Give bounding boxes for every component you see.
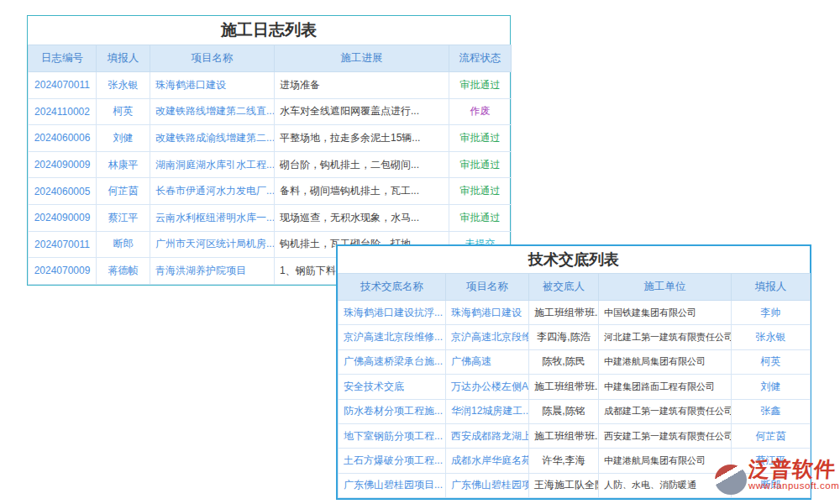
column-header-status: 流程状态 [449, 45, 512, 72]
column-header-filler: 填报人 [732, 274, 811, 301]
disclosed-to-cell: 李四海,陈浩 [529, 325, 599, 349]
project-name-cell[interactable]: 万达办公楼左侧A... [446, 375, 529, 399]
disclosure-name-cell[interactable]: 广佛高速桥梁承台施... [339, 349, 446, 374]
project-name-cell[interactable]: 云南水利枢纽潜明水库一... [150, 204, 275, 231]
status-cell: 作废 [449, 98, 512, 125]
column-header-construction-unit: 施工单位 [599, 274, 732, 301]
project-name-cell[interactable]: 改建铁路线增建第二线直... [150, 98, 275, 125]
disclosed-to-cell: 陈晨,陈铭 [529, 399, 599, 423]
disclosure-name-cell[interactable]: 珠海鹤港口建设抗浮... [339, 301, 446, 325]
progress-cell: 备料，砌间墙钩机排土，瓦工... [275, 178, 449, 205]
filler-cell[interactable]: 柯英 [732, 349, 811, 374]
disclosed-to-cell: 许华,李海 [529, 449, 599, 473]
filler-cell[interactable]: 刘健 [97, 125, 150, 152]
filler-cell[interactable]: 何芷茵 [97, 178, 150, 205]
table-row: 2024070011张永银珠海鹤港口建设进场准备审批通过 [29, 72, 512, 99]
filler-cell[interactable]: 林康平 [97, 151, 150, 178]
log-number-cell[interactable]: 2024060005 [29, 178, 97, 205]
disclosed-to-cell: 陈牧,陈民 [529, 349, 599, 374]
table-row: 防水卷材分项工程施...华润12城房建工...陈晨,陈铭成都建工第一建筑有限责任… [339, 399, 811, 423]
construction-unit-cell: 中国铁建集团有限公司 [599, 301, 732, 325]
column-header-progress: 施工进展 [275, 45, 449, 72]
disclosure-name-cell[interactable]: 京沪高速北京段维修... [339, 325, 446, 349]
table-row: 珠海鹤港口建设抗浮...珠海鹤港口建设施工班组带班...中国铁建集团有限公司李帅 [339, 301, 811, 325]
fanpusoft-watermark: 泛普软件 www.fanpusoft.com [715, 458, 839, 495]
construction-unit-cell: 成都建工第一建筑有限责任公司 [599, 399, 732, 423]
disclosed-to-cell: 王海施工队全队 [529, 473, 599, 497]
construction-unit-cell: 中建港航局集团有限公司 [599, 349, 732, 374]
project-name-cell[interactable]: 长春市伊通河水力发电厂... [150, 178, 275, 205]
filler-cell[interactable]: 李帅 [732, 301, 811, 325]
table-row: 地下室钢筋分项工程...西安成都路龙湖上...施工班组带班...西安建工第一建筑… [339, 423, 811, 448]
project-name-cell[interactable]: 华润12城房建工... [446, 399, 529, 423]
filler-cell[interactable]: 张永银 [732, 325, 811, 349]
filler-cell[interactable]: 柯英 [97, 98, 150, 125]
log-table-title: 施工日志列表 [28, 16, 510, 45]
column-header-disclosed-to: 被交底人 [529, 274, 599, 301]
filler-cell[interactable]: 张鑫 [732, 399, 811, 423]
filler-cell[interactable]: 何芷茵 [732, 423, 811, 448]
tech-table-title: 技术交底列表 [338, 246, 810, 273]
project-name-cell[interactable]: 成都水岸华庭名苑... [446, 449, 529, 473]
project-name-cell[interactable]: 西安成都路龙湖上... [446, 423, 529, 448]
project-name-cell[interactable]: 珠海鹤港口建设 [150, 72, 275, 99]
log-number-cell[interactable]: 2024090009 [29, 151, 97, 178]
disclosed-to-cell: 施工班组带班... [529, 423, 599, 448]
disclosure-name-cell[interactable]: 防水卷材分项工程施... [339, 399, 446, 423]
disclosed-to-cell: 施工班组带班... [529, 375, 599, 399]
progress-cell: 平整场地，拉走多余泥土15辆... [275, 125, 449, 152]
status-cell: 审批通过 [449, 72, 512, 99]
log-number-cell[interactable]: 2024060006 [29, 125, 97, 152]
status-cell: 审批通过 [449, 204, 512, 231]
project-name-cell[interactable]: 湖南洞庭湖水库引水工程... [150, 151, 275, 178]
project-name-cell[interactable]: 广东佛山碧桂园项目 [446, 473, 529, 497]
filler-cell[interactable]: 断郎 [97, 231, 150, 258]
column-header-project-name: 项目名称 [150, 45, 275, 72]
filler-cell[interactable]: 张永银 [97, 72, 150, 99]
disclosure-name-cell[interactable]: 地下室钢筋分项工程... [339, 423, 446, 448]
project-name-cell[interactable]: 广州市天河区统计局机房... [150, 231, 275, 258]
table-row: 安全技术交底万达办公楼左侧A...施工班组带班...中建集团路面工程有限公司刘健 [339, 375, 811, 399]
log-number-cell[interactable]: 2024070011 [29, 231, 97, 258]
column-header-filler: 填报人 [97, 45, 150, 72]
progress-cell: 水车对全线遮阳网覆盖点进行... [275, 98, 449, 125]
log-number-cell[interactable]: 2024070009 [29, 258, 97, 285]
project-name-cell[interactable]: 广佛高速 [446, 349, 529, 374]
status-cell: 审批通过 [449, 178, 512, 205]
column-header-disclosure-name: 技术交底名称 [339, 274, 446, 301]
table-row: 2024060006刘健改建铁路成渝线增建第二...平整场地，拉走多余泥土15辆… [29, 125, 512, 152]
construction-unit-cell: 中建港航局集团有限公司 [599, 449, 732, 473]
log-number-cell[interactable]: 2024070011 [29, 72, 97, 99]
log-number-cell[interactable]: 2024090009 [29, 204, 97, 231]
table-row: 2024110002柯英改建铁路线增建第二线直...水车对全线遮阳网覆盖点进行.… [29, 98, 512, 125]
disclosure-name-cell[interactable]: 广东佛山碧桂园项目... [339, 473, 446, 497]
progress-cell: 现场巡查，无积水现象，水马... [275, 204, 449, 231]
status-cell: 审批通过 [449, 125, 512, 152]
project-name-cell[interactable]: 珠海鹤港口建设 [446, 301, 529, 325]
construction-unit-cell: 人防、水电、消防暖通 [599, 473, 732, 497]
column-header-project-name: 项目名称 [446, 274, 529, 301]
construction-unit-cell: 西安建工第一建筑有限责任公司 [599, 423, 732, 448]
watermark-brand: 泛普软件 [748, 458, 840, 480]
table-row: 2024090009蔡江平云南水利枢纽潜明水库一...现场巡查，无积水现象，水马… [29, 204, 512, 231]
construction-unit-cell: 中建集团路面工程有限公司 [599, 375, 732, 399]
table-row: 2024090009林康平湖南洞庭湖水库引水工程...砌台阶，钩机排土，二包砌间… [29, 151, 512, 178]
project-name-cell[interactable]: 青海洪湖养护院项目 [150, 258, 275, 285]
filler-cell[interactable]: 刘健 [732, 375, 811, 399]
status-cell: 审批通过 [449, 151, 512, 178]
disclosure-name-cell[interactable]: 安全技术交底 [339, 375, 446, 399]
project-name-cell[interactable]: 改建铁路成渝线增建第二... [150, 125, 275, 152]
log-number-cell[interactable]: 2024110002 [29, 98, 97, 125]
table-row: 2024060005何芷茵长春市伊通河水力发电厂...备料，砌间墙钩机排土，瓦工… [29, 178, 512, 205]
watermark-text: 泛普软件 www.fanpusoft.com [748, 458, 839, 491]
project-name-cell[interactable]: 京沪高速北京段维修 [446, 325, 529, 349]
disclosure-name-cell[interactable]: 土石方爆破分项工程... [339, 449, 446, 473]
progress-cell: 进场准备 [275, 72, 449, 99]
fanpu-logo-icon [715, 465, 747, 495]
construction-unit-cell: 河北建工第一建筑有限责任公司 [599, 325, 732, 349]
table-row: 京沪高速北京段维修...京沪高速北京段维修李四海,陈浩河北建工第一建筑有限责任公… [339, 325, 811, 349]
filler-cell[interactable]: 蔡江平 [97, 204, 150, 231]
column-header-log-number: 日志编号 [29, 45, 97, 72]
progress-cell: 砌台阶，钩机排土，二包砌间... [275, 151, 449, 178]
filler-cell[interactable]: 蒋德帧 [97, 258, 150, 285]
